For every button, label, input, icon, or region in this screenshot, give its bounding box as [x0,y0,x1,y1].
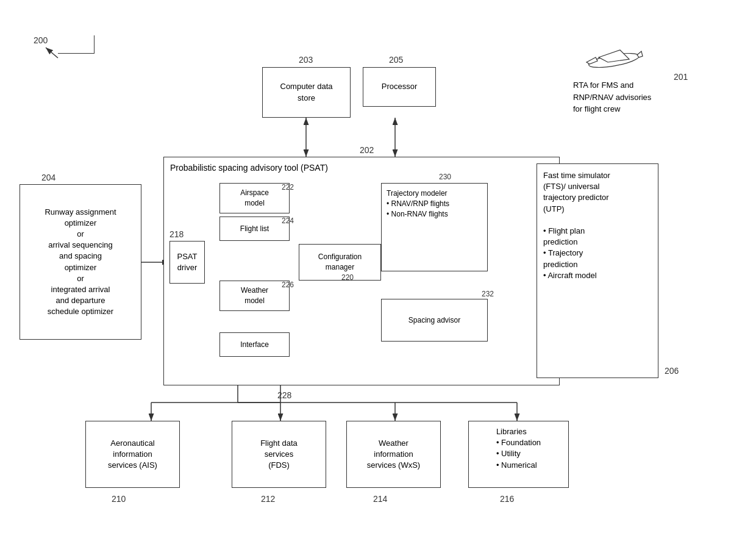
flight-list-box: Flight list [219,217,290,241]
num-205: 205 [389,55,403,65]
num-218: 218 [169,229,184,239]
num-202: 202 [360,145,374,155]
libraries-box: Libraries• Foundation• Utility• Numerica… [468,421,569,488]
svg-marker-31 [599,50,629,62]
airspace-model-box: Airspacemodel [219,183,290,213]
processor-box: Processor [363,67,436,107]
num-232: 232 [482,290,494,298]
flight-data-box: Flight dataservices(FDS) [232,421,326,488]
spacing-advisor-box: Spacing advisor [381,299,488,342]
num-230: 230 [439,173,451,181]
svg-line-29 [46,48,58,58]
runway-optimizer-box: Runway assignmentoptimizerorarrival sequ… [20,184,141,340]
aeronautical-box: Aeronauticalinformationservices (AIS) [85,421,180,488]
num-201: 201 [674,72,688,82]
num-210: 210 [112,494,126,504]
fts-box: Fast time simulator(FTS)/ universaltraje… [537,163,658,378]
num-222: 222 [282,183,294,191]
num-228: 228 [277,390,291,400]
num-214: 214 [373,494,387,504]
psat-driver-box: PSATdriver [169,241,205,284]
weather-info-box: Weatherinformationservices (WxS) [346,421,441,488]
trajectory-modeler-box: Trajectory modeler• RNAV/RNP flights• No… [381,183,488,271]
svg-marker-33 [637,51,643,57]
rta-label: RTA for FMS andRNP/RNAV advisoriesfor fl… [573,79,695,115]
num-226: 226 [282,281,294,289]
num-216: 216 [500,494,514,504]
weather-model-box: Weathermodel [219,281,290,311]
num-220: 220 [341,273,354,282]
num-203: 203 [299,55,313,65]
num-206: 206 [665,366,679,376]
num-212: 212 [261,494,275,504]
num-204: 204 [41,173,55,182]
num-224: 224 [282,217,294,225]
diagram-number: 200 [34,35,48,45]
config-manager-box: Configurationmanager [299,244,381,281]
diagram: 200 Computer datastore 203 Processor 205… [0,0,756,544]
interface-box: Interface [219,332,290,357]
computer-data-store-box: Computer datastore [262,67,351,118]
svg-marker-32 [587,57,597,64]
airplane-icon [580,44,647,77]
